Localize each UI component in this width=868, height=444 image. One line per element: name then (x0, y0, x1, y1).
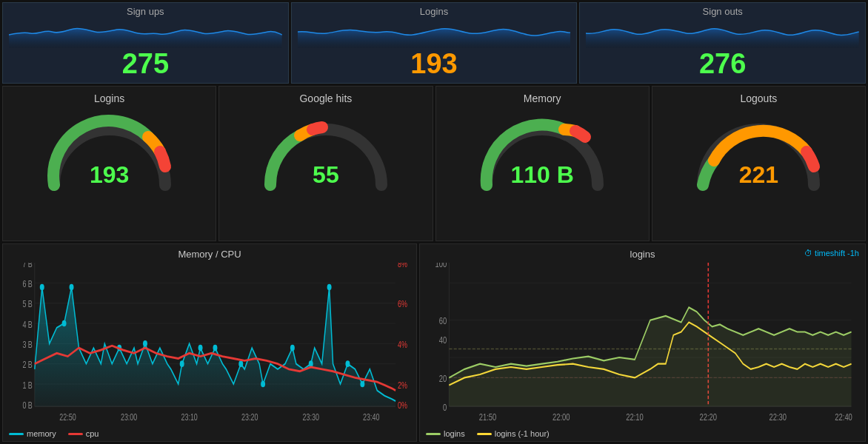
memory-legend-item: memory (9, 429, 56, 438)
svg-point-28 (62, 320, 67, 327)
logouts-gauge-card: Logouts 221 (652, 86, 866, 241)
svg-text:22:40: 22:40 (835, 411, 852, 422)
svg-text:1 B: 1 B (22, 380, 32, 390)
dashboard: Sign ups 275 Logins (0, 0, 868, 444)
logins-chart: logins ⏱ timeshift -1h 100 60 (419, 243, 866, 442)
memory-cpu-legend: memory cpu (9, 428, 410, 438)
svg-text:6%: 6% (398, 299, 407, 309)
logouts-gauge-title: Logouts (740, 92, 777, 104)
logins-top-sparkline (298, 18, 571, 48)
svg-text:2 B: 2 B (22, 360, 32, 370)
timeshift-badge[interactable]: ⏱ timeshift -1h (804, 249, 859, 258)
memory-cpu-title: Memory / CPU (9, 249, 410, 260)
cpu-legend-item: cpu (68, 429, 99, 438)
svg-point-37 (290, 345, 295, 352)
svg-point-33 (198, 345, 203, 352)
svg-point-41 (360, 381, 364, 388)
svg-text:5 B: 5 B (22, 299, 32, 309)
svg-text:23:20: 23:20 (241, 411, 258, 422)
svg-point-36 (261, 381, 265, 388)
signups-title: Sign ups (127, 6, 164, 17)
logins-legend-item: logins (426, 429, 465, 438)
memory-gauge-svg: 110 B (475, 107, 609, 196)
svg-text:60: 60 (439, 316, 447, 326)
logins-1h-legend-item: logins (-1 hour) (477, 429, 550, 438)
charts-row: Memory / CPU 7 B 6 B 5 B 4 B (2, 243, 866, 442)
svg-text:2%: 2% (398, 380, 407, 390)
gauge-row: Logins 193 Google hits (2, 86, 866, 241)
svg-text:6 B: 6 B (22, 278, 32, 289)
svg-text:40: 40 (439, 335, 447, 346)
memory-gauge-title: Memory (524, 92, 561, 104)
google-hits-value: 55 (259, 161, 393, 189)
logins-top-card: Logins 193 (291, 2, 578, 84)
svg-text:7 B: 7 B (22, 263, 32, 269)
memory-gauge-card: Memory 110 B (435, 86, 650, 241)
svg-point-29 (70, 284, 74, 291)
google-hits-gauge-card: Google hits 55 (218, 86, 433, 241)
svg-point-40 (345, 360, 350, 367)
memory-legend-label: memory (27, 429, 56, 438)
logins-gauge-title: Logins (94, 92, 124, 104)
svg-point-39 (327, 284, 332, 291)
svg-text:23:30: 23:30 (303, 411, 319, 422)
signups-sparkline (9, 18, 282, 48)
svg-text:22:50: 22:50 (59, 411, 76, 422)
svg-text:4%: 4% (398, 339, 407, 349)
memory-gauge-value: 110 B (475, 161, 609, 189)
logins-chart-area: 100 60 40 20 0 21:50 22:00 22:10 22:20 2… (426, 263, 859, 428)
logins-gauge-card: Logins 193 (2, 86, 216, 241)
svg-text:0 B: 0 B (22, 400, 32, 410)
memory-cpu-chart: Memory / CPU 7 B 6 B 5 B 4 B (2, 243, 417, 442)
svg-text:21:50: 21:50 (479, 411, 496, 422)
logins-1h-legend-line (477, 433, 492, 435)
signouts-sparkline (586, 18, 859, 48)
svg-point-34 (213, 345, 217, 352)
logins-legend-line (426, 433, 441, 435)
svg-point-35 (238, 360, 243, 367)
memory-legend-line (9, 433, 24, 435)
svg-text:8%: 8% (398, 263, 407, 269)
signups-card: Sign ups 275 (2, 2, 289, 84)
logins-legend: logins logins (-1 hour) (426, 428, 859, 438)
signouts-title: Sign outs (703, 6, 743, 17)
logins-legend-label: logins (444, 429, 465, 438)
svg-text:23:10: 23:10 (181, 411, 197, 422)
svg-text:20: 20 (439, 374, 447, 384)
signouts-card: Sign outs 276 (579, 2, 866, 84)
svg-text:22:20: 22:20 (700, 411, 717, 422)
signouts-value: 276 (699, 50, 746, 78)
svg-text:100: 100 (435, 263, 447, 269)
logins-1h-legend-label: logins (-1 hour) (495, 429, 550, 438)
svg-text:22:10: 22:10 (626, 411, 643, 422)
logouts-gauge-value: 221 (692, 161, 825, 189)
svg-text:22:30: 22:30 (769, 411, 787, 422)
svg-point-31 (143, 340, 147, 347)
top-stats-row: Sign ups 275 Logins (2, 2, 866, 84)
svg-text:23:40: 23:40 (363, 411, 379, 422)
google-hits-title: Google hits (299, 92, 352, 104)
svg-text:0: 0 (443, 403, 447, 413)
clock-icon: ⏱ (804, 249, 812, 258)
google-hits-gauge-svg: 55 (259, 107, 393, 196)
cpu-legend-line (68, 433, 83, 435)
svg-text:22:00: 22:00 (552, 411, 570, 422)
logins-gauge-svg: 193 (43, 107, 176, 196)
svg-text:3 B: 3 B (22, 339, 32, 349)
memory-cpu-area: 7 B 6 B 5 B 4 B 3 B 2 B 1 B 0 B 8% 6% 4%… (9, 263, 410, 428)
logins-top-value: 193 (410, 50, 457, 78)
svg-text:0%: 0% (398, 400, 407, 410)
logins-chart-title: logins (426, 249, 859, 260)
logins-chart-header: logins ⏱ timeshift -1h (426, 249, 859, 263)
svg-text:23:00: 23:00 (121, 411, 137, 422)
logins-top-title: Logins (420, 6, 448, 17)
svg-point-27 (40, 284, 44, 291)
logins-gauge-value: 193 (43, 161, 176, 189)
timeshift-label: timeshift -1h (815, 249, 859, 258)
signups-value: 275 (122, 50, 169, 78)
svg-point-32 (180, 360, 184, 367)
logouts-gauge-svg: 221 (692, 107, 825, 196)
svg-text:4 B: 4 B (22, 319, 32, 329)
cpu-legend-label: cpu (86, 429, 99, 438)
